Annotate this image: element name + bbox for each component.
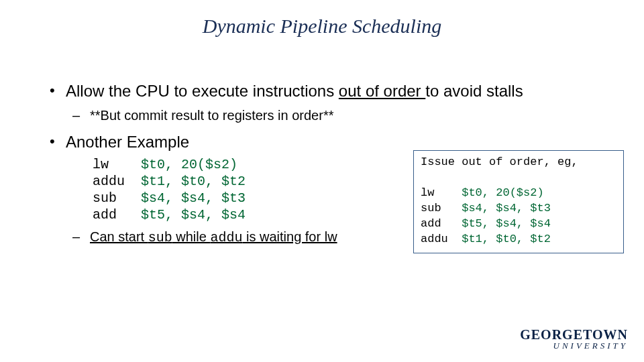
slide-title: Dynamic Pipeline Scheduling xyxy=(0,15,644,38)
bullet-1-text-pre: Allow the CPU to execute instructions xyxy=(66,82,339,100)
bullet-1-text-post: to avoid stalls xyxy=(425,82,523,100)
side-box: Issue out of order, eg, lw $t0, 20($s2) … xyxy=(413,150,624,253)
side-code-line-2: sub $s4, $s4, $t3 xyxy=(421,202,551,215)
bullet-1: Allow the CPU to execute instructions ou… xyxy=(47,80,624,125)
side-code-line-4: addu $t1, $t0, $t2 xyxy=(421,233,551,245)
logo-line-1: GEORGETOWN xyxy=(520,328,628,341)
side-box-heading: Issue out of order, eg, xyxy=(421,156,578,168)
logo-line-2: UNIVERSITY xyxy=(520,341,628,350)
code-line-3: sub $s4, $s4, $t3 xyxy=(93,190,246,206)
side-code-line-3: add $t5, $s4, $s4 xyxy=(421,217,551,230)
code-line-1: lw $t0, 20($s2) xyxy=(93,157,237,172)
bullet-2-text: Another Example xyxy=(66,133,189,151)
bullet-1-text-underline: out of order xyxy=(339,82,425,100)
georgetown-logo: GEORGETOWN UNIVERSITY xyxy=(520,328,628,350)
code-line-2: addu $t1, $t0, $t2 xyxy=(93,174,246,189)
bullet-1-sub: **But commit result to registers in orde… xyxy=(66,106,624,125)
code-line-4: add $t5, $s4, $s4 xyxy=(93,207,246,223)
side-code-line-1: lw $t0, 20($s2) xyxy=(421,186,544,199)
